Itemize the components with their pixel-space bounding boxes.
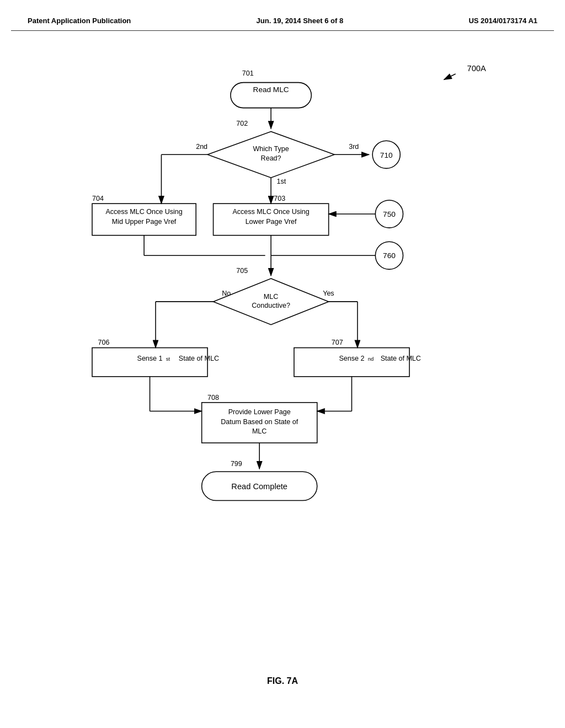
header-right: US 2014/0173174 A1 <box>468 17 537 25</box>
svg-text:Access MLC Once Using: Access MLC Once Using <box>232 208 309 216</box>
label-705: 705 <box>236 267 248 275</box>
svg-text:750: 750 <box>383 210 396 218</box>
page: Patent Application Publication Jun. 19, … <box>0 0 565 728</box>
label-708: 708 <box>207 394 219 402</box>
diagram-area: 700A Read MLC 701 702 2nd 3rd 1st Which … <box>11 36 554 671</box>
svg-text:760: 760 <box>383 252 396 260</box>
label-yes: Yes <box>323 290 334 297</box>
svg-text:Read?: Read? <box>261 154 281 162</box>
diagram-id: 700A <box>467 64 486 73</box>
label-706: 706 <box>98 339 109 346</box>
label-702: 702 <box>236 120 248 127</box>
svg-text:MLC: MLC <box>252 427 266 435</box>
svg-text:MLC: MLC <box>264 293 278 301</box>
svg-text:Sense 1: Sense 1 <box>137 355 163 362</box>
svg-text:Access MLC Once Using: Access MLC Once Using <box>105 208 182 216</box>
svg-text:State of MLC: State of MLC <box>381 355 421 362</box>
header-center: Jun. 19, 2014 Sheet 6 of 8 <box>257 17 344 25</box>
svg-text:st: st <box>166 356 170 362</box>
label-704: 704 <box>92 195 104 202</box>
node-707 <box>294 348 409 377</box>
label-2nd: 2nd <box>196 143 207 151</box>
header-left: Patent Application Publication <box>28 17 131 25</box>
label-707: 707 <box>332 339 343 346</box>
svg-text:710: 710 <box>380 151 393 159</box>
svg-text:Lower Page Vref: Lower Page Vref <box>246 218 297 226</box>
svg-text:nd: nd <box>368 356 374 362</box>
svg-text:Sense 2: Sense 2 <box>339 355 364 362</box>
figure-label: FIG. 7A <box>11 676 554 686</box>
svg-text:Conductive?: Conductive? <box>252 302 290 309</box>
page-header: Patent Application Publication Jun. 19, … <box>11 11 554 31</box>
label-3rd: 3rd <box>349 143 359 151</box>
text-read-complete: Read Complete <box>231 482 287 491</box>
svg-text:Read MLC: Read MLC <box>253 85 289 94</box>
svg-text:Datum Based on State of: Datum Based on State of <box>221 418 299 426</box>
label-799: 799 <box>231 460 242 468</box>
svg-text:Which Type: Which Type <box>253 145 289 153</box>
label-703: 703 <box>274 195 285 202</box>
svg-text:State of MLC: State of MLC <box>179 355 219 362</box>
label-1st: 1st <box>277 178 286 185</box>
node-706 <box>92 348 207 377</box>
svg-text:Mid Upper Page Vref: Mid Upper Page Vref <box>112 218 177 226</box>
svg-text:Provide Lower Page: Provide Lower Page <box>228 408 291 416</box>
flowchart-svg: 700A Read MLC 701 702 2nd 3rd 1st Which … <box>11 36 554 671</box>
label-701: 701 <box>242 69 254 77</box>
